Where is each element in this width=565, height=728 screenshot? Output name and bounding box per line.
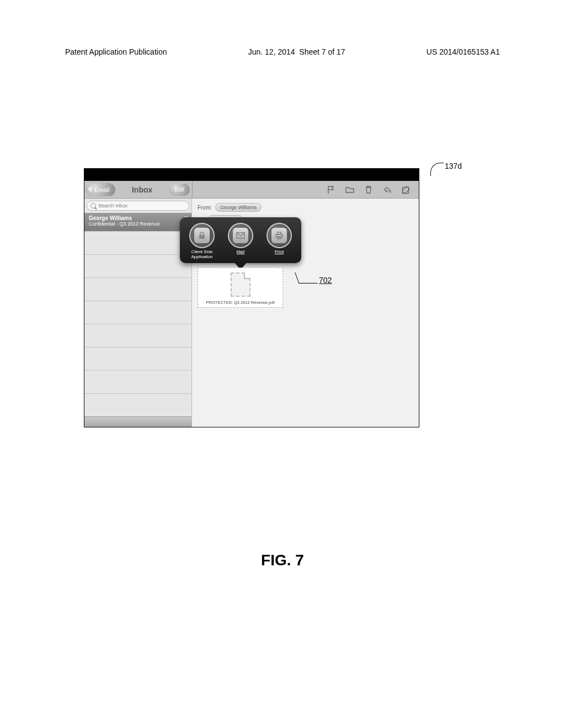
svg-rect-1 (199, 235, 205, 239)
edit-button[interactable]: Edit (169, 184, 190, 196)
device-status-bar (84, 169, 419, 181)
patent-page-header: Patent Application Publication Jun. 12, … (65, 47, 500, 56)
popover-label: Client SideApplication (191, 250, 212, 260)
folder-icon[interactable] (345, 185, 355, 195)
device-frame: Email Inbox Edit (84, 168, 419, 427)
list-item[interactable] (84, 370, 191, 393)
search-bar[interactable] (87, 201, 189, 211)
popover-item-mail[interactable]: Mail (223, 223, 258, 260)
message-subject: Confidential - Q3 2012 Revenue (89, 221, 187, 227)
message-list-item-selected[interactable]: George Williams Confidential - Q3 2012 R… (84, 213, 191, 231)
popover-item-client-app[interactable]: Client SideApplication (184, 223, 220, 260)
document-icon (231, 272, 250, 297)
svg-rect-0 (403, 187, 409, 193)
mail-icon (233, 228, 248, 243)
list-item[interactable] (84, 277, 191, 301)
open-in-popover: Client SideApplication Mail (180, 217, 301, 263)
sidebar-footer (84, 416, 191, 427)
search-input[interactable] (98, 203, 185, 208)
header-left: Patent Application Publication (65, 47, 167, 56)
list-item[interactable] (84, 324, 191, 347)
back-button[interactable]: Email (86, 183, 115, 196)
popover-label: Print (275, 250, 284, 255)
popover-label: Mail (237, 250, 245, 255)
compose-icon[interactable] (401, 185, 411, 195)
list-item[interactable] (84, 393, 191, 416)
list-item[interactable] (84, 231, 191, 254)
reply-icon[interactable] (382, 185, 392, 195)
empty-message-rows (84, 231, 191, 416)
header-center: Jun. 12, 2014 Sheet 7 of 17 (248, 47, 345, 56)
search-icon (90, 203, 96, 208)
attachment-tile[interactable]: PROTECTED: Q3 2012 Revenue.pdf (198, 267, 283, 308)
list-item[interactable] (84, 254, 191, 277)
figure-caption: FIG. 7 (0, 552, 565, 569)
from-label: From: (198, 205, 212, 211)
attachment-caption: PROTECTED: Q3 2012 Revenue.pdf (200, 300, 280, 305)
callout-frame-ref: 137d (430, 157, 462, 170)
nav-bar: Email Inbox Edit (84, 181, 419, 199)
nav-title: Inbox (115, 185, 169, 194)
lock-icon (194, 228, 210, 243)
reading-pane: From: George Williams To: John Smith Cli… (192, 199, 419, 427)
svg-rect-4 (278, 232, 281, 234)
trash-icon[interactable] (364, 185, 374, 195)
popover-item-print[interactable]: Print (262, 223, 297, 260)
list-item[interactable] (84, 301, 191, 324)
message-list-sidebar: George Williams Confidential - Q3 2012 R… (84, 199, 192, 427)
message-sender: George Williams (89, 215, 187, 221)
list-item[interactable] (84, 347, 191, 370)
svg-rect-5 (278, 237, 281, 239)
header-right: US 2014/0165153 A1 (427, 47, 500, 56)
from-pill[interactable]: George Williams (215, 203, 262, 212)
chevron-left-icon (88, 186, 92, 192)
print-icon (271, 228, 287, 243)
flag-icon[interactable] (326, 185, 336, 195)
callout-popover-ref: 702 (298, 276, 332, 287)
